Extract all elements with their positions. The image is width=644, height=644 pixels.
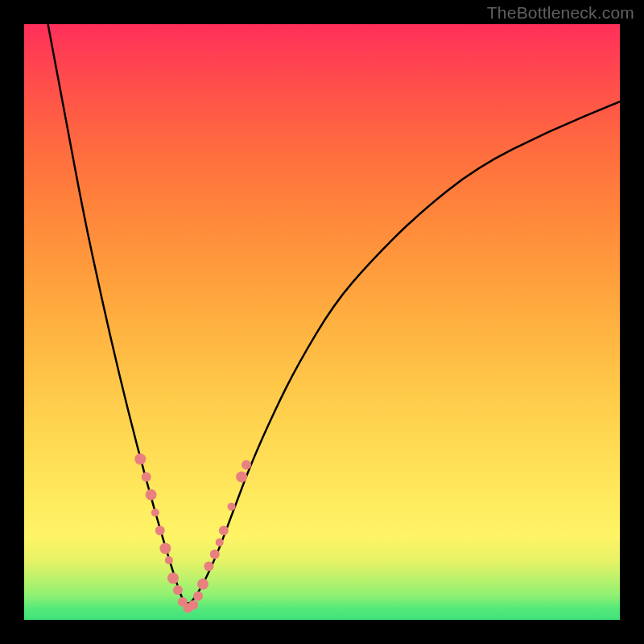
bottleneck-curve-svg bbox=[24, 24, 620, 620]
curve-marker bbox=[142, 472, 151, 481]
curve-marker bbox=[167, 572, 179, 584]
curve-markers bbox=[134, 453, 251, 613]
curve-marker bbox=[134, 453, 146, 464]
curve-marker bbox=[236, 471, 247, 482]
curve-marker bbox=[219, 526, 229, 535]
curve-marker bbox=[242, 460, 251, 470]
curve-marker bbox=[151, 509, 159, 517]
plot-area bbox=[24, 24, 620, 620]
curve-marker bbox=[228, 502, 236, 510]
curve-marker bbox=[173, 585, 183, 595]
curve-marker bbox=[165, 556, 173, 564]
curve-marker bbox=[146, 489, 157, 501]
chart-frame: TheBottleneck.com bbox=[0, 0, 644, 644]
curve-marker bbox=[204, 561, 213, 571]
bottleneck-curve bbox=[48, 24, 620, 604]
curve-marker bbox=[197, 579, 208, 590]
curve-marker bbox=[155, 526, 165, 535]
watermark-text: TheBottleneck.com bbox=[487, 3, 634, 23]
curve-marker bbox=[210, 550, 220, 559]
curve-marker bbox=[159, 543, 171, 554]
curve-marker bbox=[188, 601, 198, 610]
curve-marker bbox=[193, 591, 203, 601]
curve-marker bbox=[216, 539, 224, 547]
